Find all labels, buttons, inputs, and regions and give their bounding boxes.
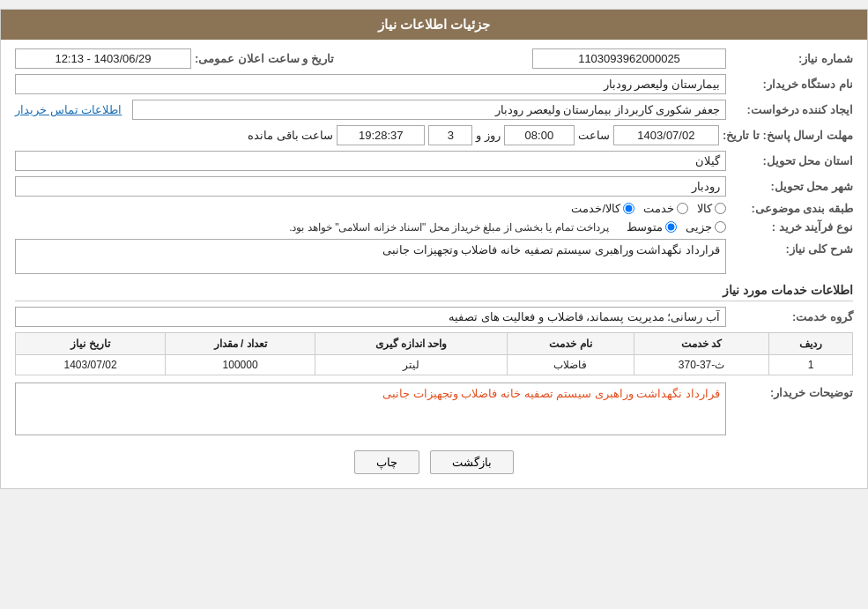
col-code: کد خدمت bbox=[634, 333, 768, 355]
services-section-title: اطلاعات خدمات مورد نیاز bbox=[15, 283, 853, 301]
category-option-kala-khedmat[interactable]: کالا/خدمت bbox=[571, 202, 634, 215]
service-group-label: گروه خدمت: bbox=[730, 310, 853, 323]
deadline-label: مهلت ارسال پاسخ: تا تاریخ: bbox=[723, 129, 853, 142]
col-unit: واحد اندازه گیری bbox=[315, 333, 508, 355]
deadline-days: 3 bbox=[428, 125, 472, 145]
purchase-type-motavasset[interactable]: متوسط bbox=[627, 220, 677, 234]
deadline-remaining-label: ساعت باقی مانده bbox=[248, 129, 333, 142]
purchase-note: پرداخت تمام یا بخشی از مبلغ خریداز محل "… bbox=[289, 221, 609, 234]
need-number-label: شماره نیاز: bbox=[730, 52, 853, 65]
buyer-description-label: توضیحات خریدار: bbox=[730, 382, 853, 399]
creator-value: جعفر شکوری کاربرداز بیمارستان ولیعصر رود… bbox=[132, 100, 726, 120]
contact-link[interactable]: اطلاعات تماس خریدار bbox=[15, 103, 122, 116]
service-group-value: آب رسانی؛ مدیریت پسماند، فاضلاب و فعالیت… bbox=[15, 307, 726, 327]
category-radio-group: کالا خدمت کالا/خدمت bbox=[571, 202, 726, 215]
creator-label: ایجاد کننده درخواست: bbox=[730, 103, 853, 116]
date-value: 1403/06/29 - 12:13 bbox=[15, 48, 191, 69]
hospital-value: بیمارستان ولیعصر رودبار bbox=[15, 74, 726, 94]
col-date: تاریخ نیاز bbox=[16, 333, 166, 355]
category-option-kala[interactable]: کالا bbox=[697, 202, 726, 215]
back-button[interactable]: بازگشت bbox=[430, 450, 514, 474]
province-value: گیلان bbox=[15, 151, 726, 171]
province-label: استان محل تحویل: bbox=[730, 154, 853, 167]
cell-quantity: 100000 bbox=[166, 355, 315, 375]
city-label: شهر محل تحویل: bbox=[730, 180, 853, 193]
cell-row: 1 bbox=[769, 355, 853, 375]
category-option-khedmat[interactable]: خدمت bbox=[643, 202, 688, 215]
need-number-value: 1103093962000025 bbox=[532, 48, 726, 69]
cell-code: ث-37-370 bbox=[634, 355, 768, 375]
purchase-type-radio-group: جزیی متوسط bbox=[627, 220, 726, 234]
services-table: ردیف کد خدمت نام خدمت واحد اندازه گیری ت… bbox=[15, 332, 853, 375]
city-value: رودبار bbox=[15, 176, 726, 197]
category-label: طبقه بندی موضوعی: bbox=[730, 202, 853, 215]
cell-unit: لیتر bbox=[315, 355, 508, 375]
buyer-description-value[interactable] bbox=[15, 382, 726, 435]
need-description-label: شرح کلی نیاز: bbox=[730, 239, 853, 256]
deadline-remaining: 19:28:37 bbox=[337, 125, 425, 145]
need-description-value: قرارداد نگهداشت وراهبری سیستم تصفیه خانه… bbox=[15, 239, 726, 274]
col-qty: تعداد / مقدار bbox=[166, 333, 315, 355]
table-row: 1ث-37-370فاضلابلیتر1000001403/07/02 bbox=[16, 355, 853, 375]
print-button[interactable]: چاپ bbox=[354, 450, 419, 474]
cell-name: فاضلاب bbox=[507, 355, 634, 375]
col-row: ردیف bbox=[769, 333, 853, 355]
deadline-date: 1403/07/02 bbox=[613, 125, 719, 145]
button-area: بازگشت چاپ bbox=[15, 450, 853, 474]
date-label: تاریخ و ساعت اعلان عمومی: bbox=[195, 52, 334, 65]
deadline-time-label: ساعت bbox=[578, 129, 610, 142]
cell-date: 1403/07/02 bbox=[16, 355, 166, 375]
purchase-type-label: نوع فرآیند خرید : bbox=[730, 220, 853, 234]
col-name: نام خدمت bbox=[507, 333, 634, 355]
page-title: جزئیات اطلاعات نیاز bbox=[1, 10, 867, 40]
deadline-days-label: روز و bbox=[476, 129, 501, 142]
deadline-time: 08:00 bbox=[504, 125, 575, 145]
purchase-type-jozii[interactable]: جزیی bbox=[686, 220, 726, 234]
hospital-label: نام دستگاه خریدار: bbox=[730, 78, 853, 91]
